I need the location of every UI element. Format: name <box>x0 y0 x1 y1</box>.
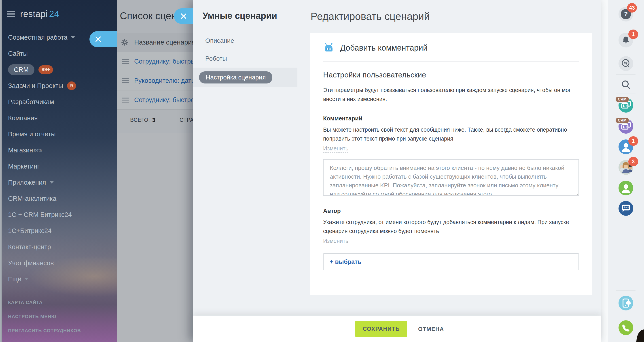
crm-app-teal[interactable]: @ CRM <box>618 98 633 113</box>
invite-employees-link[interactable]: ПРИГЛАСИТЬ СОТРУДНИКОВ <box>0 323 117 337</box>
author-edit-link[interactable]: Изменить <box>323 238 348 245</box>
sidebar-item-apps[interactable]: Приложения <box>0 174 117 190</box>
app-logo: restapi24 <box>7 9 59 19</box>
sidebar-item-marketing[interactable]: Маркетинг <box>0 158 117 174</box>
sidebar-item-more[interactable]: Ещё <box>0 271 117 287</box>
choose-author-link[interactable]: + выбрать <box>330 258 361 265</box>
rail-divider <box>616 290 636 291</box>
crm-counter-badge: 99+ <box>38 65 53 74</box>
tab-scenario-settings[interactable]: Настройка сценария <box>193 68 298 87</box>
slider-close-button[interactable] <box>174 8 193 24</box>
user-settings-description: Эти параметры будут показываться пользов… <box>323 86 579 103</box>
telephony-button[interactable] <box>618 320 633 335</box>
chevron-down-icon <box>50 181 54 184</box>
comment-label: Комментарий <box>323 115 579 122</box>
rail-divider <box>616 314 636 314</box>
messenger-button[interactable] <box>618 56 633 71</box>
phone-cloud-icon <box>618 296 633 310</box>
slider-footer: СОХРАНИТЬ ОТМЕНА <box>193 315 601 342</box>
close-icon <box>180 13 187 20</box>
right-rail: ? 43 1 <box>608 0 644 342</box>
sidebar-item-crm[interactable]: CRM99+ <box>0 62 117 78</box>
crm-mini-badge: CRM <box>615 117 630 124</box>
divider <box>323 61 579 62</box>
sidebar-item-time-reports[interactable]: Время и отчеты <box>0 126 117 142</box>
svg-text:@: @ <box>626 125 629 128</box>
slider-title: Умные сценарии <box>202 11 277 21</box>
dim-overlay <box>117 0 193 342</box>
sidebar-item-sites[interactable]: Сайты <box>0 46 117 62</box>
rail-divider <box>616 74 636 75</box>
search-button[interactable] <box>618 78 633 92</box>
smart-scenario-slider: Умные сценарии Описание Роботы Настройка… <box>193 0 601 342</box>
logo-name: restapi <box>20 9 48 19</box>
sidebar-item-1c-bitrix[interactable]: 1С+Битрикс24 <box>0 223 117 239</box>
logo-text: restapi24 <box>20 9 59 19</box>
group-counter-badge: 3 <box>628 157 638 166</box>
sidebar-menu: Совместная работа Сайты CRM99+ Задачи и … <box>0 29 117 287</box>
close-icon <box>94 36 102 43</box>
page-title: Редактировать сценарий <box>310 10 430 22</box>
sidebar-item-1c-crm[interactable]: 1С + CRM Битрикс24 <box>0 207 117 223</box>
tab-description[interactable]: Описание <box>193 32 298 50</box>
left-edge-scrollbar[interactable] <box>0 0 2 342</box>
svg-text:@: @ <box>626 104 629 107</box>
page-scrollbar-track[interactable] <box>601 0 608 342</box>
chevron-down-icon <box>25 278 28 280</box>
save-button[interactable]: СОХРАНИТЬ <box>355 321 407 337</box>
tab-robots[interactable]: Роботы <box>193 50 298 68</box>
hamburger-menu-icon[interactable] <box>7 11 15 17</box>
comment-edit-link[interactable]: Изменить <box>323 145 348 153</box>
help-counter-badge: 43 <box>627 3 637 13</box>
sidebar-item-tasks[interactable]: Задачи и Проекты9 <box>0 78 117 94</box>
sidebar-item-developers[interactable]: Разработчикам <box>0 94 117 110</box>
sidebar-footer: КАРТА САЙТА НАСТРОИТЬ МЕНЮ ПРИГЛАСИТЬ СО… <box>0 295 117 337</box>
scenario-list-panel: Список сценариев Название сценария Сотру… <box>117 0 193 342</box>
comment-description: Вы можете настроить свой текст для сообщ… <box>323 125 579 143</box>
sidebar-item-contact-center[interactable]: Контакт-центр <box>0 239 117 255</box>
chat-counter-badge: 1 <box>628 136 638 146</box>
user-settings-heading: Настройки пользовательские <box>323 71 579 79</box>
bitrix24-app: restapi24 Совместная работа Сайты CRM99+… <box>0 0 644 342</box>
rail-divider <box>616 94 636 94</box>
sidebar-item-finance[interactable]: Учет финансов <box>0 255 117 271</box>
search-icon <box>621 80 631 90</box>
chat-exchange-icon <box>621 59 631 69</box>
crm-mini-badge: CRM <box>615 96 630 103</box>
mobile-app-button[interactable] <box>618 296 633 310</box>
group-chat-icon <box>618 201 633 216</box>
sidebar-item-store[interactable]: Магазинbeta <box>0 142 117 158</box>
card-title: Добавить комментарий <box>340 43 428 53</box>
sidebar-item-crm-analytics[interactable]: CRM-аналитика <box>0 190 117 207</box>
tasks-counter-badge: 9 <box>67 82 76 90</box>
slider-nav: Описание Роботы Настройка сценария <box>193 32 298 87</box>
svg-text:?: ? <box>624 11 628 18</box>
settings-card: Добавить комментарий Настройки пользоват… <box>310 33 592 295</box>
beta-tag: beta <box>34 148 42 153</box>
logo-24: 24 <box>49 9 60 19</box>
crm-app-purple[interactable]: @ CRM <box>618 119 633 134</box>
notifications-counter-badge: 1 <box>628 30 638 39</box>
author-label: Автор <box>323 207 579 214</box>
sidebar-item-company[interactable]: Компания <box>0 110 117 126</box>
configure-menu-link[interactable]: НАСТРОИТЬ МЕНЮ <box>0 309 117 323</box>
chevron-down-icon <box>71 36 75 39</box>
robot-icon <box>323 43 334 53</box>
chat-contact-green[interactable] <box>618 181 633 195</box>
comment-textarea[interactable]: Коллеги, прошу обратить внимание на этог… <box>323 159 579 196</box>
sitemap-link[interactable]: КАРТА САЙТА <box>0 295 117 309</box>
phone-handset-icon <box>618 320 633 335</box>
author-select-box[interactable]: + выбрать <box>323 253 579 270</box>
left-sidebar: restapi24 Совместная работа Сайты CRM99+… <box>0 0 117 342</box>
person-icon <box>618 181 633 195</box>
group-chat-blue[interactable] <box>618 201 633 216</box>
author-description: Укажите сотрудника, от имени которого бу… <box>323 218 579 235</box>
sidebar-collapse-button[interactable] <box>90 31 117 47</box>
selected-tab-pill: Настройка сценария <box>199 71 272 84</box>
cancel-button[interactable]: ОТМЕНА <box>417 321 446 337</box>
card-header: Добавить комментарий <box>323 33 579 53</box>
